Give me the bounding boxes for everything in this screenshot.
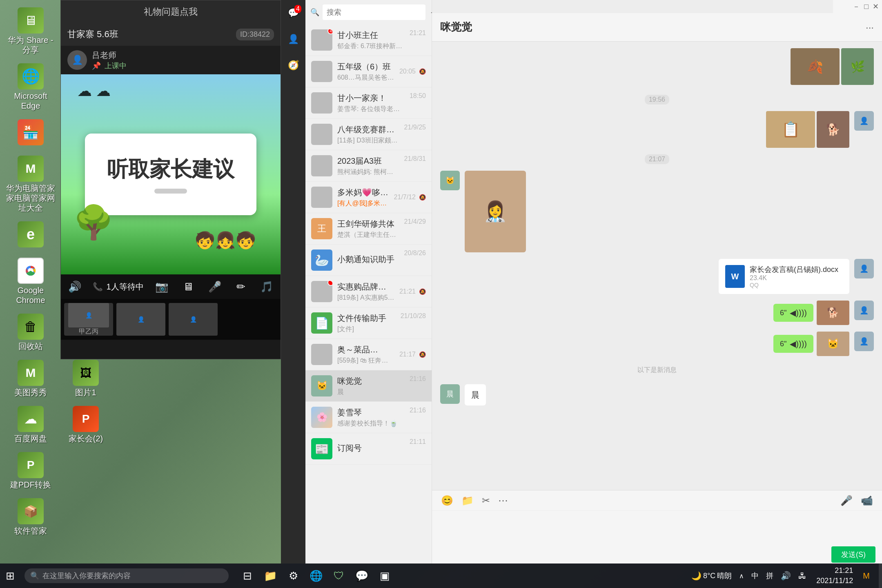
search-bar: 🔍 ＋: [305, 0, 432, 24]
desktop-icon-huawei[interactable]: 🖥 华为 Share - 分享: [4, 4, 57, 58]
contact-item-2023a3[interactable]: 2023届A3班 熊柯涵妈妈: 熊柯涵家… 21/8/31: [305, 150, 432, 182]
contact-item-filetransfer[interactable]: 📄 文件传输助手 [文件] 21/10/28: [305, 307, 432, 339]
desktop-icon-edge[interactable]: 🌐 Microsoft Edge: [4, 60, 57, 114]
wechat-taskbar-icon: 💬: [355, 570, 368, 582]
desktop-icon-ppdf[interactable]: P 建PDF转换: [4, 449, 57, 493]
contact-item-wangjianhua[interactable]: 王 王剑华研修共体 楚淇（王建华主任）:[… 21/4/29: [305, 213, 432, 245]
taskbar-view-button[interactable]: ⊟: [237, 565, 258, 586]
contact-item-aocai[interactable]: 奥～菜品… [559条] 🛍 狂奔的蜗… 21:17 🔕: [305, 339, 432, 370]
emoji-button[interactable]: 😊: [439, 493, 456, 508]
contact-name-mijuejue: 咪觉觉: [337, 376, 405, 387]
screen-share-button[interactable]: 🖥: [180, 277, 197, 296]
minimize-icon[interactable]: －: [853, 2, 860, 11]
desktop-icon-huawei-pc[interactable]: M 华为电脑管家 家电脑管家网址大全: [4, 152, 57, 216]
desktop-icon-recycle[interactable]: 🗑 回收站: [4, 310, 57, 354]
taskbar-security-button[interactable]: 🛡: [328, 565, 350, 586]
vid-thumb-2[interactable]: 👤: [116, 303, 165, 336]
contact-name-shihui: 实惠购品牌特卖48…: [337, 281, 394, 292]
desktop-icon-ppt1[interactable]: P 家长会(2): [59, 403, 112, 447]
contact-time-shihui: 21:21: [399, 288, 416, 295]
file-source: QQ: [750, 282, 843, 288]
tray-clock[interactable]: 21:21 2021/11/12: [811, 566, 858, 586]
contact-item-mijuejue[interactable]: 🐱 咪觉觉 晨 21:16: [305, 370, 432, 402]
vid-thumb-1[interactable]: 👤 甲乙丙: [64, 303, 113, 336]
contact-name-ganxiao: 甘小班主任: [337, 30, 405, 41]
contact-item-family[interactable]: 甘小一家亲！ 姜雪琴: 各位领导老师们… 18:50: [305, 87, 432, 119]
contact-item-grade5[interactable]: 五年级（6）班 608…马晨吴爸爸（1818… 20:05 🔕: [305, 56, 432, 87]
taskbar-settings-button[interactable]: ⚙: [283, 565, 304, 586]
file-name: 家长会发言稿(吕锡娟).docx: [750, 265, 843, 274]
desktop-icon-meitu[interactable]: M 美图秀秀: [4, 356, 57, 401]
contact-item-subscription[interactable]: 📰 订阅号 21:11: [305, 433, 432, 465]
security-icon: 🛡: [334, 570, 344, 582]
contact-preview-shihui: [819条] A实惠购587: […: [337, 294, 394, 302]
contact-item-duomi[interactable]: 多米妈💗哆咪辅… [有人@我]多米妈号0… 21/7/12 🔕: [305, 182, 432, 213]
more-tools-button[interactable]: ⋯: [496, 493, 510, 508]
contact-time-2023a3: 21/8/31: [404, 155, 426, 163]
camera-button[interactable]: 📷: [152, 277, 172, 296]
wechat-discover-tab[interactable]: 🧭: [284, 56, 302, 74]
contact-name-family: 甘小一家亲！: [337, 93, 405, 104]
voice-input-button[interactable]: 🎤: [838, 493, 855, 508]
video-call-button[interactable]: 📹: [858, 493, 875, 508]
contact-item-shihui[interactable]: 实惠购品牌特卖48… [819条] A实惠购587: [… 21:21 🔕: [305, 276, 432, 307]
contact-avatar-ganxiao: 4: [311, 29, 332, 51]
mic-button[interactable]: 🎤: [205, 277, 225, 296]
start-button[interactable]: ⊞: [0, 564, 20, 588]
close-icon[interactable]: ✕: [873, 2, 879, 11]
voice-duration-2: 6": [780, 340, 786, 348]
desktop-icon-img1[interactable]: 🖼 图片1: [59, 356, 112, 401]
wechat-chat-tab[interactable]: 💬 4: [284, 4, 302, 22]
search-input[interactable]: [323, 4, 425, 20]
huawei-icon-label: 华为 Share - 分享: [6, 35, 56, 55]
desktop-icon-baidu[interactable]: ☁ 百度网盘: [4, 403, 57, 447]
chat-more-button[interactable]: ···: [866, 22, 874, 33]
taskbar-wechat-button[interactable]: 💬: [351, 565, 372, 586]
folder-button[interactable]: 📁: [459, 493, 476, 508]
tray-network[interactable]: 🖧: [796, 571, 809, 581]
tray-lang[interactable]: 中: [749, 571, 761, 581]
tray-input-method[interactable]: 拼: [764, 571, 776, 581]
desktop-icon-ie[interactable]: e: [4, 218, 57, 252]
show-desktop-button[interactable]: [879, 564, 882, 588]
taskbar-explorer-button[interactable]: 📁: [260, 565, 281, 586]
contact-avatar-family: [311, 92, 332, 114]
desktop-icon-software[interactable]: 📦 软件管家: [4, 495, 57, 539]
desktop-icon-chrome[interactable]: Google Chrome: [4, 254, 57, 308]
taskbar-edge-button[interactable]: 🌐: [305, 565, 327, 586]
voice-wave-icon-2: ◀)))): [790, 339, 807, 349]
scene-clouds-decoration: ☁ ☁: [77, 82, 111, 100]
chat-input-field[interactable]: [432, 511, 882, 546]
misc-icon: ▣: [380, 570, 390, 582]
edit-button[interactable]: ✏: [233, 277, 249, 296]
music-button[interactable]: 🎵: [257, 277, 276, 296]
sender-initial: 晨: [446, 389, 454, 399]
voice-bubble-1[interactable]: 6" ◀)))): [773, 304, 813, 322]
contact-item-ganxiao[interactable]: 4 甘小班主任 郁金香: 6.7班接种新增… 21:21: [305, 24, 432, 56]
store-icon: 🏪: [18, 119, 44, 145]
contact-avatar-shihui: [311, 281, 332, 302]
send-button[interactable]: 发送(S): [831, 546, 875, 563]
wechat-contacts-tab[interactable]: 👤: [284, 30, 302, 48]
contact-item-xiaoe[interactable]: 🦢 小鹅通知识助手 20/8/26: [305, 245, 432, 276]
volume-button[interactable]: 🔊: [65, 277, 85, 296]
taskbar-search-box[interactable]: 🔍 在这里输入你要搜索的内容: [24, 568, 229, 583]
desktop-icon-store[interactable]: 🏪: [4, 116, 57, 150]
waiting-indicator: 📞 1人等待中: [93, 281, 143, 292]
vid-thumb-3[interactable]: 👤: [169, 303, 218, 336]
caret-up-icon: ∧: [739, 572, 744, 580]
video-bottom-bar[interactable]: 🔊 📞 1人等待中 📷 🖥 🎤 ✏ 🎵: [61, 274, 281, 299]
voice-bubble-2[interactable]: 6" ◀)))): [773, 335, 813, 353]
contact-item-jiangxueqin[interactable]: 🌸 姜雪琴 感谢姜校长指导！🍵 21:16: [305, 402, 432, 433]
contact-item-grade8[interactable]: 八年级竞赛群家… [11条] D3班旧家颇妈妈1… 21/9/25: [305, 119, 432, 150]
video-room-title: 甘家寨 5.6班: [67, 28, 118, 40]
restore-icon[interactable]: □: [864, 2, 869, 11]
tray-caret[interactable]: ∧: [737, 572, 746, 580]
tray-volume[interactable]: 🔊: [778, 571, 793, 581]
contact-avatar-xiaoe: 🦢: [311, 249, 332, 271]
contact-avatar-grade5: [311, 61, 332, 82]
tray-huawei-mgr[interactable]: M: [860, 571, 872, 581]
scissors-button[interactable]: ✂: [479, 493, 492, 508]
msg-avatar-self: 👤: [854, 111, 874, 131]
taskbar-misc-button[interactable]: ▣: [374, 565, 395, 586]
